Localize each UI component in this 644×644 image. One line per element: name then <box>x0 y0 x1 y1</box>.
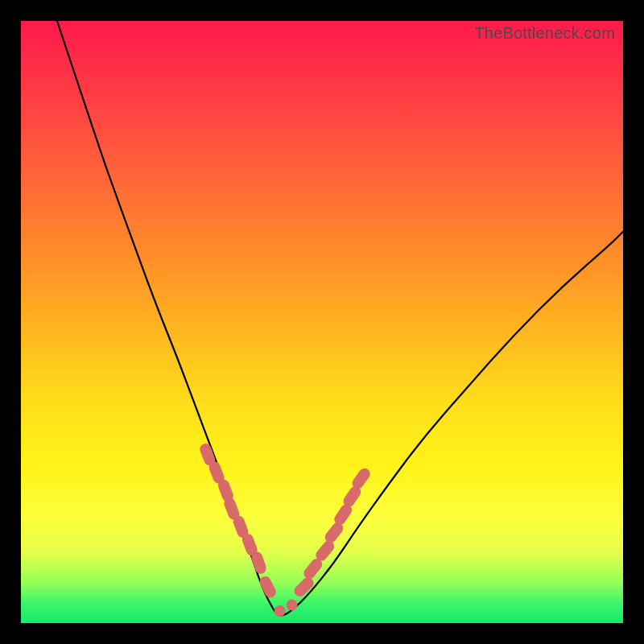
highlight-dot <box>215 467 219 477</box>
highlight-dot <box>205 449 209 460</box>
highlight-dot <box>349 492 356 502</box>
highlight-dot <box>229 503 233 514</box>
highlight-dot <box>340 510 346 520</box>
highlight-dot <box>300 583 308 591</box>
highlight-dot <box>266 582 270 592</box>
curve-svg <box>21 21 623 623</box>
chart-frame: TheBottleneck.com <box>0 0 644 644</box>
highlight-dot <box>309 564 316 573</box>
highlight-dots-group <box>205 449 364 617</box>
highlight-dot <box>287 600 298 611</box>
highlight-dot <box>358 474 365 483</box>
highlight-dot <box>275 605 286 617</box>
highlight-dot <box>224 485 228 496</box>
highlight-dot <box>248 539 252 550</box>
highlight-dot <box>331 528 338 537</box>
highlight-dot <box>257 558 261 568</box>
highlight-dot <box>239 522 243 532</box>
highlight-dot <box>321 547 328 555</box>
plot-area: TheBottleneck.com <box>21 21 623 623</box>
